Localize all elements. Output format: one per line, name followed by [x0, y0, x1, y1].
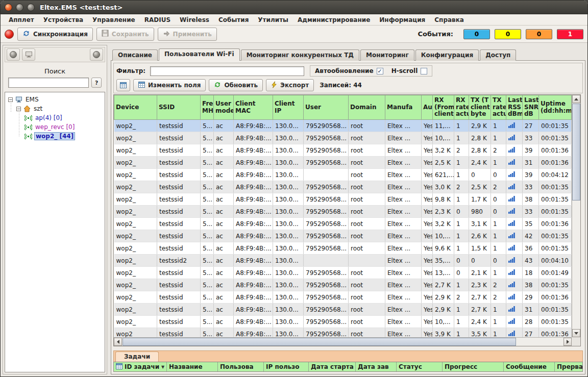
table-cell[interactable]: 130.0... — [273, 206, 304, 218]
tasks-column-header[interactable]: Название — [167, 362, 218, 371]
table-cell[interactable]: Yes — [422, 206, 433, 218]
table-cell[interactable]: testssid — [157, 169, 201, 181]
table-cell[interactable]: wop2_ — [114, 230, 157, 242]
table-cell[interactable]: wop2_ — [114, 206, 157, 218]
table-cell[interactable]: 2,8 K — [469, 132, 491, 144]
table-cell[interactable]: A8:F9:4B:... — [234, 255, 273, 267]
table-cell[interactable]: A8:F9:4B:... — [234, 120, 273, 132]
table-cell[interactable]: 795290568... — [304, 132, 349, 144]
table-cell[interactable]: A8:F9:4B:... — [234, 181, 273, 193]
table-cell[interactable]: ac — [214, 169, 234, 181]
table-cell[interactable]: testssid — [157, 291, 201, 304]
table-cell[interactable]: 130.0... — [273, 316, 304, 328]
table-cell[interactable]: wop2_ — [114, 291, 157, 304]
table-cell[interactable]: root — [349, 206, 385, 218]
table-cell[interactable]: wop2_ — [114, 193, 157, 206]
table-cell[interactable]: 00:01:35 — [539, 316, 572, 328]
table-cell[interactable]: 130.0... — [273, 169, 304, 181]
menu-item[interactable]: События — [214, 15, 253, 24]
column-header[interactable]: Uptime(dd:hh:m — [539, 95, 572, 120]
table-row[interactable]: wop2_testssid5...acA8:F9:4B:...130.0...7… — [114, 316, 572, 328]
table-cell[interactable]: 2 — [491, 181, 506, 193]
table-cell[interactable]: 00:01:35 — [539, 206, 572, 218]
table-cell[interactable]: 3,0 K — [433, 181, 454, 193]
table-cell[interactable]: 10,... — [433, 316, 454, 328]
tasks-column-header[interactable]: Прервать — [555, 362, 583, 371]
table-cell[interactable]: 2,5 K — [469, 181, 491, 193]
table-cell[interactable]: wop2_ — [114, 316, 157, 328]
table-cell[interactable]: Eltex ... — [385, 193, 422, 206]
table-cell[interactable]: 00:01:36 — [539, 157, 572, 169]
table-cell[interactable]: 795290568... — [304, 279, 349, 291]
table-cell[interactable]: 10,... — [433, 132, 454, 144]
table-cell[interactable]: root — [349, 193, 385, 206]
save-button[interactable]: Сохранить — [96, 28, 154, 41]
table-cell[interactable] — [304, 255, 349, 267]
table-cell[interactable]: 3,2 K — [433, 144, 454, 157]
table-cell[interactable]: Eltex ... — [385, 291, 422, 304]
table-row[interactable]: wop2_testssid5...acA8:F9:4B:...130.0...7… — [114, 144, 572, 157]
table-cell[interactable]: Eltex ... — [385, 304, 422, 316]
table-cell[interactable]: 0 — [491, 193, 506, 206]
table-cell[interactable]: 00:04:12 — [539, 169, 572, 181]
table-cell[interactable]: 5... — [201, 279, 214, 291]
table-cell[interactable]: Eltex ... — [385, 218, 422, 230]
table-cell[interactable]: testssid — [157, 304, 201, 316]
table-cell[interactable]: 795290568... — [304, 267, 349, 279]
table-cell[interactable]: 2,4 K — [469, 157, 491, 169]
rssi-cell[interactable] — [506, 316, 523, 328]
scroll-right-button[interactable] — [564, 338, 572, 346]
table-cell[interactable]: 5... — [201, 242, 214, 255]
table-cell[interactable]: 0 — [469, 255, 491, 267]
table-cell[interactable]: root — [349, 291, 385, 304]
table-cell[interactable]: 1 — [491, 120, 506, 132]
menu-item[interactable]: RADIUS — [140, 15, 175, 24]
column-header[interactable]: LastSNRdB — [523, 95, 539, 120]
rssi-cell[interactable] — [506, 120, 523, 132]
hscroll-checkbox-box[interactable] — [421, 68, 427, 74]
table-cell[interactable]: wop2_ — [114, 267, 157, 279]
table-cell[interactable]: 3,2 K — [433, 218, 454, 230]
table-cell[interactable]: A8:F9:4B:... — [234, 169, 273, 181]
edit-fields-button[interactable]: Изменить поля — [133, 79, 206, 91]
table-cell[interactable]: wop2_ — [114, 144, 157, 157]
rssi-cell[interactable] — [506, 328, 523, 338]
horizontal-scrollbar[interactable] — [114, 337, 572, 346]
table-cell[interactable]: 2,8 K — [469, 144, 491, 157]
tasks-column-header[interactable]: IP пользо — [264, 362, 309, 371]
apply-button[interactable]: Применить — [158, 28, 217, 41]
table-cell[interactable]: 28 — [523, 316, 539, 328]
table-cell[interactable]: ac — [214, 255, 234, 267]
sync-button[interactable]: Синхронизация — [17, 28, 93, 41]
table-cell[interactable]: 2 — [454, 291, 469, 304]
table-cell[interactable]: 130.0... — [273, 230, 304, 242]
table-cell[interactable]: 130.0... — [273, 304, 304, 316]
table-cell[interactable]: 5... — [201, 267, 214, 279]
table-cell[interactable]: 33 — [523, 206, 539, 218]
table-cell[interactable]: 00:01:35 — [539, 181, 572, 193]
table-cell[interactable]: testssid — [157, 230, 201, 242]
menu-item[interactable]: Устройства — [39, 15, 87, 24]
table-cell[interactable]: 00:01:35 — [539, 193, 572, 206]
column-header[interactable]: SSID — [157, 95, 201, 120]
table-cell[interactable]: 130.0... — [273, 157, 304, 169]
table-cell[interactable]: 0 — [491, 169, 506, 181]
table-cell[interactable]: wop2_ — [114, 120, 157, 132]
table-cell[interactable]: 00:01:35 — [539, 242, 572, 255]
table-cell[interactable]: 2,7 K — [469, 304, 491, 316]
rssi-cell[interactable] — [506, 169, 523, 181]
table-cell[interactable]: 2 — [491, 279, 506, 291]
table-cell[interactable]: A8:F9:4B:... — [234, 230, 273, 242]
tab-configuration[interactable]: Конфигурация — [415, 49, 479, 61]
table-cell[interactable]: root — [349, 230, 385, 242]
table-cell[interactable]: 5... — [201, 181, 214, 193]
table-cell[interactable]: Yes — [422, 132, 433, 144]
column-header[interactable]: Domain — [349, 95, 385, 120]
table-cell[interactable]: 2 — [491, 144, 506, 157]
table-cell[interactable]: 3,5 K — [469, 328, 491, 338]
column-header[interactable]: RXrateactu — [454, 95, 469, 120]
tree-node-wop2-44[interactable]: wop2_ [44] — [6, 132, 104, 141]
table-cell[interactable]: testssid — [157, 120, 201, 132]
table-cell[interactable]: 130.0... — [273, 291, 304, 304]
table-cell[interactable]: 1 — [454, 328, 469, 338]
